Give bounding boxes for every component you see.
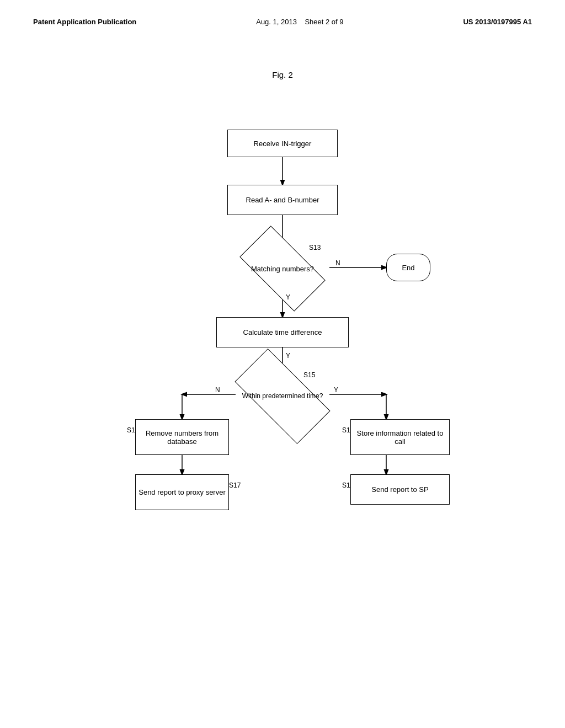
diamond-within: Within predetermined time? <box>216 371 349 421</box>
label-y-matching: Y <box>286 293 290 301</box>
label-y-s15: Y <box>286 352 290 360</box>
label-y-within: Y <box>334 386 338 394</box>
page-header: Patent Application Publication Aug. 1, 2… <box>0 0 565 26</box>
figure-label: Fig. 2 <box>0 70 565 79</box>
header-right: US 2013/0197995 A1 <box>463 18 532 26</box>
box-store: Store information related to call <box>350 419 450 455</box>
header-left: Patent Application Publication <box>33 18 136 26</box>
box-calculate: Calculate time difference <box>216 317 349 347</box>
header-date: Aug. 1, 2013 <box>256 18 297 26</box>
step-s17: S17 <box>229 481 241 489</box>
box-end: End <box>386 254 430 281</box>
box-send-sp: Send report to SP <box>350 474 450 505</box>
label-n-matching: N <box>335 259 340 267</box>
box-send-proxy: Send report to proxy server <box>135 474 229 510</box>
diamond-matching: Matching numbers? <box>227 244 338 293</box>
box-read: Read A- and B-number <box>227 185 338 215</box>
flowchart: S11 Receive IN-trigger S12 Read A- and B… <box>0 99 565 651</box>
header-center: Aug. 1, 2013 Sheet 2 of 9 <box>256 18 343 26</box>
label-n-within: N <box>215 386 220 394</box>
box-remove: Remove numbers from database <box>135 419 229 455</box>
box-receive: Receive IN-trigger <box>227 130 338 157</box>
header-sheet: Sheet 2 of 9 <box>305 18 343 26</box>
